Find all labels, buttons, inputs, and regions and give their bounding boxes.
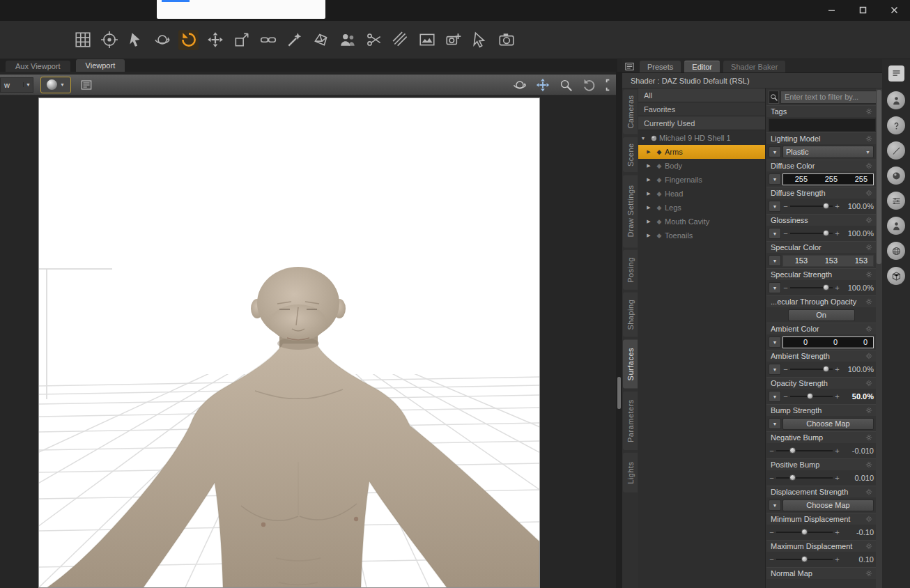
orbit-camera-icon[interactable]	[511, 77, 528, 93]
gear-icon[interactable]	[865, 217, 873, 224]
slider[interactable]	[776, 446, 833, 456]
diffuse-color-value-field[interactable]: 255255255	[782, 173, 874, 185]
slider[interactable]	[776, 555, 833, 564]
tab-presets[interactable]: Presets	[640, 61, 681, 72]
expand-icon[interactable]: ▼	[638, 136, 648, 141]
list-item-all[interactable]: All	[638, 88, 765, 102]
parameter-options-button[interactable]: ▼	[769, 336, 781, 348]
aux-pointer-tool[interactable]	[470, 30, 490, 50]
side-tab-lights[interactable]: Lights	[623, 453, 638, 493]
slider[interactable]	[776, 473, 833, 483]
camera-view-select[interactable]: w ▼	[0, 77, 33, 93]
expand-icon[interactable]: ▶	[644, 205, 654, 210]
increment-button[interactable]: +	[834, 365, 840, 373]
node-selection-tool[interactable]	[125, 30, 146, 50]
side-tab-shaping[interactable]: Shaping	[623, 293, 638, 337]
ecular-through-opacity-toggle-button[interactable]: On	[788, 309, 855, 321]
undo-view-icon[interactable]	[580, 77, 597, 93]
gear-icon[interactable]	[865, 271, 873, 278]
pan-camera-icon[interactable]	[534, 77, 551, 93]
decrement-button[interactable]: −	[782, 365, 789, 373]
frame-view-icon[interactable]	[603, 77, 612, 93]
increment-button[interactable]: +	[834, 555, 840, 564]
side-tab-cameras[interactable]: Cameras	[623, 90, 638, 134]
tab-viewport[interactable]: Viewport	[76, 59, 125, 72]
figure-setup-tool[interactable]	[337, 30, 357, 50]
spot-render-tool[interactable]	[443, 30, 463, 50]
side-tab-scene[interactable]: Scene	[623, 137, 638, 172]
gear-icon[interactable]	[865, 461, 873, 468]
tree-item-head[interactable]: ▶◆Head	[638, 187, 765, 201]
node-weight-brush-tool[interactable]	[364, 30, 384, 50]
increment-button[interactable]: +	[834, 284, 840, 292]
tree-item-body[interactable]: ▶◆Body	[638, 159, 765, 173]
scene-navigator-tool[interactable]	[72, 30, 93, 50]
parameter-options-button[interactable]: ▼	[769, 255, 781, 266]
slider[interactable]	[790, 229, 833, 238]
slider-knob-icon[interactable]	[801, 529, 808, 535]
parameter-options-button[interactable]: ▼	[769, 500, 781, 511]
increment-button[interactable]: +	[834, 528, 840, 536]
tab-shader-baker[interactable]: Shader Baker	[723, 61, 785, 72]
expand-icon[interactable]: ▶	[644, 163, 654, 169]
decrement-button[interactable]: −	[769, 474, 775, 482]
gear-icon[interactable]	[865, 407, 873, 414]
tree-root[interactable]: ▼Michael 9 HD Shell 1	[638, 131, 765, 145]
side-tab-parameters[interactable]: Parameters	[623, 392, 638, 450]
gear-icon[interactable]	[865, 434, 873, 441]
property-scrollbar[interactable]	[876, 88, 882, 588]
slider-knob-icon[interactable]	[823, 203, 829, 209]
expand-icon[interactable]: ▶	[644, 149, 654, 155]
scrollbar-thumb[interactable]	[877, 90, 881, 264]
active-pose-tool[interactable]	[258, 30, 278, 50]
decrement-button[interactable]: −	[769, 555, 775, 564]
tree-item-toenails[interactable]: ▶◆Toenails	[638, 229, 765, 242]
decrement-button[interactable]: −	[782, 284, 789, 292]
parameter-options-button[interactable]: ▼	[769, 228, 781, 239]
gear-icon[interactable]	[865, 108, 873, 115]
list-item-currently-used[interactable]: Currently Used	[638, 116, 765, 130]
gear-icon[interactable]	[865, 135, 873, 142]
decrement-button[interactable]: −	[769, 528, 775, 536]
gear-icon[interactable]	[865, 380, 873, 387]
side-tab-draw-settings[interactable]: Draw Settings	[623, 175, 638, 247]
decrement-button[interactable]: −	[782, 392, 789, 401]
expand-icon[interactable]: ▶	[644, 191, 654, 196]
tags-input[interactable]	[769, 118, 876, 132]
rotate-tool[interactable]	[178, 30, 199, 50]
gear-icon[interactable]	[865, 516, 873, 523]
gear-icon[interactable]	[865, 570, 873, 577]
gear-icon[interactable]	[865, 543, 873, 550]
render-settings-pane-icon[interactable]	[887, 267, 905, 285]
slider-knob-icon[interactable]	[807, 393, 813, 399]
parameter-options-button[interactable]: ▼	[769, 146, 781, 157]
expand-icon[interactable]: ▶	[644, 219, 654, 224]
surface-selection-tool[interactable]	[284, 30, 304, 50]
specular-color-value-field[interactable]: 153153153	[782, 255, 874, 267]
slider[interactable]	[776, 527, 833, 537]
parameter-options-button[interactable]: ▼	[769, 391, 781, 402]
slider[interactable]	[790, 364, 833, 374]
increment-button[interactable]: +	[834, 474, 840, 482]
expand-icon[interactable]: ▶	[644, 177, 654, 183]
gear-icon[interactable]	[865, 244, 873, 251]
slider-knob-icon[interactable]	[789, 447, 796, 454]
geometry-editor-tool[interactable]	[311, 30, 331, 50]
tree-item-mouth-cavity[interactable]: ▶◆Mouth Cavity	[638, 215, 765, 229]
minimize-button[interactable]	[816, 0, 847, 20]
drawstyle-button[interactable]: ▼	[40, 77, 71, 93]
viewport-options-icon[interactable]	[78, 77, 95, 93]
gear-icon[interactable]	[865, 353, 873, 359]
search-icon[interactable]	[769, 91, 779, 104]
orbit-select-tool[interactable]	[152, 30, 172, 50]
close-button[interactable]	[879, 0, 910, 20]
slider-knob-icon[interactable]	[823, 230, 829, 236]
pane-options-icon[interactable]	[622, 60, 636, 72]
posing-pane-icon[interactable]	[887, 192, 905, 210]
expand-icon[interactable]: ▶	[644, 233, 654, 238]
slider[interactable]	[790, 392, 833, 401]
weight-map-tool[interactable]	[390, 30, 410, 50]
ambient-color-value-field[interactable]: 000	[782, 336, 874, 348]
tree-item-legs[interactable]: ▶◆Legs	[638, 201, 765, 215]
increment-button[interactable]: +	[834, 229, 840, 238]
